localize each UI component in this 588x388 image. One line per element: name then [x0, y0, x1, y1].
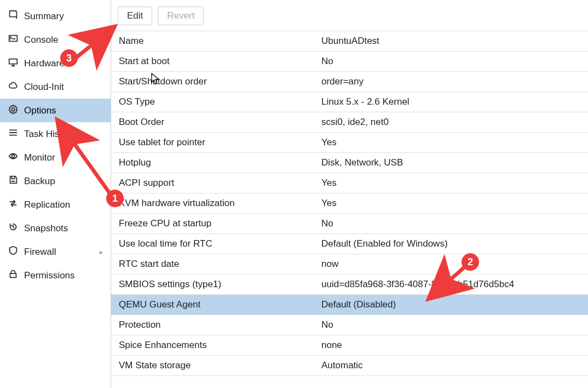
option-key: QEMU Guest Agent [111, 296, 314, 313]
option-value: Yes [314, 134, 588, 151]
desktop-icon [8, 56, 19, 70]
sidebar-item-label: Options [24, 105, 103, 116]
table-row[interactable]: VM State storageAutomatic [111, 356, 588, 376]
history-icon [8, 221, 19, 235]
option-value: Default (Disabled) [314, 296, 588, 313]
sidebar-item-label: Cloud-Init [24, 82, 103, 93]
option-key: Name [111, 32, 314, 50]
retweet-icon [8, 198, 19, 212]
table-row[interactable]: KVM hardware virtualizationYes [111, 193, 588, 214]
table-row[interactable]: Spice Enhancementsnone [111, 335, 588, 356]
option-value: uuid=d85fa968-3f36-4087-8b7f-eb51d76d5bc… [314, 276, 588, 293]
list-icon [8, 127, 19, 141]
sidebar-item-label: Console [24, 35, 103, 45]
option-value: now [314, 255, 588, 273]
sidebar-item-label: Replication [24, 199, 103, 210]
option-key: Start at boot [111, 53, 314, 70]
sidebar-item-monitor[interactable]: Monitor [0, 146, 111, 169]
option-value: Default (Enabled for Windows) [314, 235, 588, 253]
option-value: Automatic [314, 357, 588, 374]
cloud-icon [8, 80, 19, 94]
option-key: RTC start date [111, 255, 314, 273]
revert-button: Revert [158, 7, 204, 25]
table-row[interactable]: ProtectionNo [111, 315, 588, 335]
sidebar-item-replication[interactable]: Replication [0, 193, 111, 216]
sidebar-item-backup[interactable]: Backup [0, 169, 111, 193]
main-panel: Edit Revert NameUbuntuADtestStart at boo… [111, 0, 588, 388]
table-row[interactable]: HotplugDisk, Network, USB [111, 153, 588, 173]
sidebar-item-label: Task History [24, 129, 103, 140]
annotation-badge-3: 3 [60, 49, 78, 67]
option-key: Use tablet for pointer [111, 134, 314, 151]
option-value: Yes [314, 174, 588, 192]
sidebar-item-snapshots[interactable]: Snapshots [0, 216, 111, 240]
option-value: No [314, 215, 588, 232]
sidebar-item-label: Firewall [24, 247, 94, 258]
chevron-right-icon: ▸ [100, 248, 103, 256]
eye-icon [8, 151, 19, 164]
option-key: Protection [111, 316, 314, 334]
option-value: Disk, Network, USB [314, 154, 588, 172]
table-row[interactable]: Use local time for RTCDefault (Enabled f… [111, 234, 588, 254]
option-value: Yes [314, 195, 588, 212]
sidebar-item-task-history[interactable]: Task History [0, 122, 111, 146]
option-key: SMBIOS settings (type1) [111, 276, 314, 293]
table-row[interactable]: QEMU Guest AgentDefault (Disabled) [111, 295, 588, 315]
table-row[interactable]: Start/Shutdown orderorder=any [111, 72, 588, 92]
terminal-icon [8, 33, 19, 47]
sidebar-item-options[interactable]: Options [0, 99, 111, 122]
table-row[interactable]: Use tablet for pointerYes [111, 133, 588, 153]
options-table: NameUbuntuADtestStart at bootNoStart/Shu… [111, 31, 588, 376]
option-value: none [314, 336, 588, 354]
option-key: Hotplug [111, 154, 314, 172]
sidebar-item-label: Summary [24, 11, 103, 22]
option-value: scsi0, ide2, net0 [314, 113, 588, 131]
lock-icon [8, 269, 19, 282]
sidebar-item-permissions[interactable]: Permissions [0, 264, 111, 287]
sidebar-item-firewall[interactable]: Firewall▸ [0, 240, 111, 264]
sidebar-item-label: Backup [24, 176, 103, 187]
save-icon [8, 174, 19, 188]
book-icon [8, 9, 19, 23]
annotation-badge-1: 1 [106, 190, 124, 207]
option-value: No [314, 53, 588, 70]
table-row[interactable]: NameUbuntuADtest [111, 31, 588, 52]
option-value: order=any [314, 73, 588, 90]
sidebar-item-label: Snapshots [24, 223, 103, 234]
table-row[interactable]: RTC start datenow [111, 254, 588, 275]
table-row[interactable]: Boot Orderscsi0, ide2, net0 [111, 112, 588, 133]
sidebar-item-summary[interactable]: Summary [0, 4, 111, 28]
option-key: VM State storage [111, 357, 314, 374]
option-key: Boot Order [111, 113, 314, 131]
table-row[interactable]: Freeze CPU at startupNo [111, 214, 588, 234]
table-row[interactable]: ACPI supportYes [111, 173, 588, 193]
option-key: ACPI support [111, 174, 314, 192]
option-key: Use local time for RTC [111, 235, 314, 253]
sidebar: SummaryConsoleHardwareCloud-InitOptionsT… [0, 0, 111, 388]
option-value: No [314, 316, 588, 334]
option-value: UbuntuADtest [314, 32, 588, 50]
shield-icon [8, 245, 19, 259]
annotation-badge-2: 2 [462, 253, 479, 271]
option-value: Linux 5.x - 2.6 Kernel [314, 93, 588, 111]
sidebar-item-cloud-init[interactable]: Cloud-Init [0, 75, 111, 99]
sidebar-item-hardware[interactable]: Hardware [0, 52, 111, 75]
option-key: Spice Enhancements [111, 336, 314, 354]
option-key: OS Type [111, 93, 314, 111]
table-row[interactable]: Start at bootNo [111, 52, 588, 72]
table-row[interactable]: SMBIOS settings (type1)uuid=d85fa968-3f3… [111, 275, 588, 295]
sidebar-item-label: Monitor [24, 152, 103, 163]
table-row[interactable]: OS TypeLinux 5.x - 2.6 Kernel [111, 92, 588, 112]
edit-button[interactable]: Edit [118, 7, 152, 25]
toolbar: Edit Revert [111, 0, 588, 31]
option-key: Start/Shutdown order [111, 73, 314, 90]
gear-icon [8, 104, 19, 117]
option-key: Freeze CPU at startup [111, 215, 314, 232]
option-key: KVM hardware virtualization [111, 195, 314, 212]
sidebar-item-label: Permissions [24, 270, 103, 281]
sidebar-item-console[interactable]: Console [0, 28, 111, 52]
